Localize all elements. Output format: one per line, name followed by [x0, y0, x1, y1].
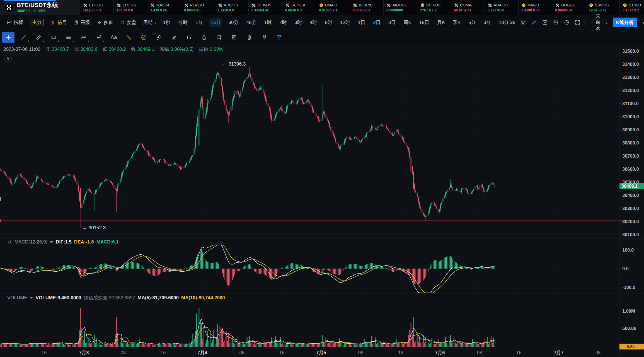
- eraser-tool[interactable]: [153, 32, 165, 43]
- horizontal-lines-tool[interactable]: [62, 32, 75, 43]
- ticker-tab-suiusi[interactable]: SUI/USI0.6648 0.3: [282, 0, 316, 15]
- channel-tool[interactable]: [32, 32, 45, 43]
- workspace-selector[interactable]: 未命名∨: [590, 13, 607, 32]
- timeframe-1时[interactable]: 1时: [263, 18, 273, 27]
- text-tool[interactable]: Aa: [108, 32, 120, 43]
- magnet-tool[interactable]: [258, 32, 270, 43]
- alert-bell-icon[interactable]: [7, 240, 12, 245]
- timeframe-45分[interactable]: 45分: [245, 18, 258, 27]
- menu-item-高级[interactable]: 高级: [74, 19, 90, 26]
- brush-tool[interactable]: [168, 32, 180, 43]
- filter-tool[interactable]: [273, 32, 285, 43]
- price-axis-label: 31500.0: [622, 49, 639, 54]
- timeframe-1秒[interactable]: 1秒: [162, 18, 172, 27]
- template-tool[interactable]: [228, 32, 240, 43]
- timeframe-1日[interactable]: 1日: [357, 18, 367, 27]
- lock-tool[interactable]: [198, 32, 210, 43]
- rectangle-icon: [50, 34, 57, 40]
- timeframe-8时[interactable]: 8时: [323, 18, 333, 27]
- volume-dropdown-icon[interactable]: [30, 297, 33, 299]
- snapshot-icon-button[interactable]: [553, 20, 559, 25]
- ticker-tab-ltcus[interactable]: LTC/US103.39 0.8: [113, 0, 147, 15]
- rectangle-tool[interactable]: [47, 32, 60, 43]
- timeframe-月K[interactable]: 月K: [435, 18, 446, 27]
- ticker-tab-maskl[interactable]: MASK/l3.433 0.26: [147, 0, 181, 15]
- timeframe-12时[interactable]: 12时: [339, 18, 352, 27]
- timeframe-1分[interactable]: 1分: [194, 18, 204, 27]
- timeframe-30分[interactable]: 30分: [227, 18, 240, 27]
- tool-dropdown-caret[interactable]: [88, 40, 89, 42]
- ticker-tab-bluru[interactable]: BLUR/U0.3323 -0.9: [350, 0, 383, 15]
- menu-right-group: 3s未命名∨K线分析: [510, 13, 644, 32]
- timeframe-周K[interactable]: 周K: [402, 18, 413, 27]
- ticker-tab-aidoge[interactable]: AIDOGE0.0000000: [383, 0, 417, 15]
- timeframe-15日[interactable]: 15日: [418, 18, 431, 27]
- menu-item-周期[interactable]: 周期∨: [143, 19, 157, 26]
- timeframe-10分[interactable]: 10分: [497, 18, 510, 27]
- timeframe-分时[interactable]: 分时: [177, 18, 189, 27]
- menu-item-信号[interactable]: 信号: [50, 19, 67, 26]
- collapse-pane-button[interactable]: ∨: [4, 55, 12, 62]
- timeframe-5分[interactable]: 5分: [467, 18, 477, 27]
- tool-dropdown-caret[interactable]: [27, 40, 29, 42]
- multi-window-icon: [97, 20, 102, 25]
- active-tab-indicator: [4, 0, 56, 1]
- bookmark-icon: [216, 34, 222, 40]
- checker-logo-icon: [83, 3, 88, 8]
- elliott-wave-tool[interactable]: [78, 32, 90, 43]
- timeframe-15分[interactable]: 15分: [209, 18, 222, 27]
- time-axis-label: 08: [595, 350, 601, 355]
- timeframe-3时[interactable]: 3时: [293, 18, 303, 27]
- add-pane-icon-button[interactable]: [542, 20, 548, 25]
- ticker-tab-arbus[interactable]: ARB/US1.1119 0.0: [215, 0, 248, 15]
- measure-tool[interactable]: [93, 32, 105, 43]
- tool-dropdown-caret[interactable]: [12, 40, 14, 42]
- target-icon-button[interactable]: [564, 20, 570, 25]
- menu-label: 周期: [143, 19, 152, 26]
- time-axis-label: 16: [398, 350, 403, 355]
- menu-item-指标[interactable]: 指标: [7, 19, 23, 26]
- trash-icon: [246, 34, 252, 40]
- ticker-symbol: DOGE/L: [561, 3, 575, 7]
- tool-dropdown-caret[interactable]: [103, 40, 104, 42]
- timeframe-3日[interactable]: 3日: [387, 18, 397, 27]
- tool-dropdown-caret[interactable]: [72, 40, 74, 42]
- share-icon-button[interactable]: [642, 20, 644, 26]
- pattern-tool[interactable]: [183, 32, 195, 43]
- trash-tool[interactable]: [243, 32, 255, 43]
- ticker-tab-comp[interactable]: COMP/60.81 -2.41: [451, 0, 485, 15]
- tool-dropdown-caret[interactable]: [57, 40, 59, 42]
- timeframe-季K[interactable]: 季K: [451, 18, 462, 27]
- ticker-price: 3.433 0.26: [150, 8, 180, 12]
- fullscreen-icon-button[interactable]: [575, 20, 580, 25]
- ticker-tab-ethus[interactable]: ETH/US1912.85 0.1: [80, 0, 113, 15]
- draw-pencil-icon-button[interactable]: [531, 20, 537, 25]
- macd-axis-label: 100.0: [622, 247, 634, 252]
- time-axis-label: 16: [161, 350, 166, 355]
- menu-item-复盘[interactable]: 复盘: [120, 19, 136, 26]
- trend-line-tool[interactable]: [17, 32, 30, 43]
- ticker-price: 1912.85 0.1: [83, 8, 112, 12]
- timeframe-2日[interactable]: 2日: [372, 18, 382, 27]
- macd-dropdown-icon[interactable]: [50, 241, 53, 243]
- kline-analysis-button[interactable]: K线分析: [613, 18, 637, 27]
- ticker-tab-pepeu[interactable]: PEPE/U0.0000016: [181, 0, 215, 15]
- ticker-tab-linau[interactable]: LINA/U0.01336 2.1: [316, 0, 350, 15]
- timeframe-4时[interactable]: 4时: [308, 18, 318, 27]
- ticker-tab-bchus[interactable]: BCH/US276.18 1.7: [417, 0, 451, 15]
- gold-fib-tool[interactable]: [138, 32, 150, 43]
- close-label: 收: [131, 47, 136, 52]
- menu-item-多窗[interactable]: 多窗: [97, 19, 113, 26]
- gold-draw-tool[interactable]: [123, 32, 135, 43]
- ticker-tab-active[interactable]: BTC/USDT永续30469.1 -0.09%: [0, 0, 80, 15]
- price-axis-label: 31000.0: [622, 114, 639, 119]
- chart-canvas[interactable]: 30469.131500.031400.031300.031200.031100…: [0, 45, 644, 357]
- crosshair-tool[interactable]: [2, 32, 14, 43]
- timeframe-3分[interactable]: 3分: [482, 18, 492, 27]
- timeframe-2时[interactable]: 2时: [278, 18, 288, 27]
- bookmark-tool[interactable]: [213, 32, 225, 43]
- tool-dropdown-caret[interactable]: [42, 40, 44, 42]
- camera-icon-button[interactable]: [520, 20, 526, 25]
- menu-item-主力[interactable]: 主力: [30, 19, 44, 26]
- ticker-tab-cfxus[interactable]: CFX/US0.19164 -0.: [248, 0, 282, 15]
